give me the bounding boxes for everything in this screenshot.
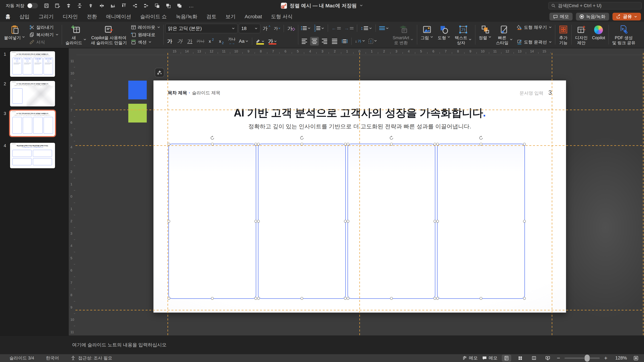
tab-홈[interactable]: 홈 [5,12,11,21]
slide-thumbnail-1[interactable]: 11AI 기반 고객 분석으로 고객사의 성장을 가속화합니다.정확하고 깊이 … [10,51,55,77]
line-spacing-button[interactable]: ↕ [360,24,373,32]
resize-handle[interactable] [211,297,214,300]
designer-quick-button[interactable] [155,68,164,77]
resize-handle[interactable] [434,143,436,145]
record-button[interactable]: 녹음/녹화 [576,13,609,20]
normal-view-button[interactable] [502,355,511,362]
rotate-handle[interactable] [389,135,394,140]
more-commands-button[interactable]: … [188,3,194,8]
resize-handle[interactable] [254,143,257,145]
language-indicator[interactable]: 한국어 [46,355,59,361]
resize-handle[interactable] [436,297,439,300]
slide-sorter-view-button[interactable] [516,355,525,362]
character-spacing-button[interactable]: 가나 ←→ [227,37,236,45]
shrink-font-button[interactable]: 가^ [272,24,281,33]
change-case-button[interactable]: Aa [238,37,250,45]
copilot-button[interactable]: Copilot [590,23,607,46]
textbox-button[interactable]: 가 텍스트 상자 [453,23,474,46]
align-objects-middle-icon[interactable] [88,2,94,9]
blue-color-shape[interactable] [128,81,147,99]
resize-handle[interactable] [480,143,482,145]
merge-shapes-icon[interactable] [176,2,183,9]
move-left-icon[interactable] [143,2,150,9]
quick-styles-button[interactable]: 빠른 스타일 [494,23,514,46]
vertical-guide[interactable] [168,53,168,336]
align-right-button[interactable] [320,37,329,45]
design-ideas-button[interactable]: 디자인 제안 [574,23,589,46]
resize-handle[interactable] [344,143,347,145]
distribute-vertical-icon[interactable] [76,2,83,9]
shapes-button[interactable]: 도형 [436,23,452,46]
resize-handle[interactable] [523,143,526,145]
layout-button[interactable]: 레이아웃 [130,24,162,31]
slide-eyebrow[interactable]: 목차 제목 · 슬라이드 제목 [168,90,220,96]
convert-to-smartart-button[interactable]: SmartArt 로 변환 [391,23,415,46]
resize-handle[interactable] [211,143,214,145]
format-painter-button[interactable]: 서식 [28,38,60,45]
strikethrough-button[interactable]: 가나 [196,37,206,45]
arrange-button[interactable]: 정렬 [477,23,493,46]
tab-도형-서식[interactable]: 도형 서식 [271,12,293,21]
resize-handle[interactable] [523,297,526,300]
reset-slide-button[interactable]: 원래대로 [130,31,162,38]
comments-toggle-button[interactable]: 메모 [482,355,498,361]
content-placeholder-2[interactable] [258,144,346,299]
window-title-area[interactable]: P 정렬 예시 — 내 Mac에 저장됨 [281,0,363,11]
content-placeholder-4[interactable] [437,144,525,299]
resize-handle[interactable] [523,220,526,223]
green-color-shape[interactable] [128,104,147,122]
horizontal-guide[interactable] [76,110,644,110]
distribute-horizontal-icon[interactable] [98,2,105,9]
copy-button[interactable]: 복사하기 [28,31,60,38]
share-button[interactable]: 공유 [612,13,641,20]
horizontal-ruler[interactable]: 1514131211109876543210123456789101112131… [76,48,644,55]
bullets-button[interactable] [300,24,312,32]
resize-handle[interactable] [300,143,303,145]
slideshow-view-button[interactable] [543,355,552,362]
resize-handle[interactable] [390,297,393,300]
grow-font-button[interactable]: 가^ [262,24,271,33]
underline-button[interactable]: 가 [186,37,194,45]
vertical-ruler[interactable]: 111098765432101234567891011 [69,55,76,336]
align-top-icon[interactable] [120,2,127,9]
zoom-in-button[interactable]: + [604,355,608,361]
vertical-guide[interactable] [643,53,644,336]
resize-handle[interactable] [254,220,257,223]
pdf-create-share-button[interactable]: PDF 생성 및 링크 공유 [610,23,637,46]
align-center-button[interactable] [310,37,319,45]
rotate-handle[interactable] [210,135,215,140]
resize-handle[interactable] [257,220,260,223]
resize-handle[interactable] [347,297,349,300]
align-text-vertical-button[interactable]: ↕ [368,37,378,45]
font-color-button[interactable]: 가 [267,37,278,45]
align-bottom-icon[interactable] [110,2,116,9]
numbering-button[interactable]: 123 [313,24,325,32]
resize-handle[interactable] [347,220,349,223]
addins-button[interactable]: 추가 기능 [557,23,570,46]
tab-그리기[interactable]: 그리기 [38,12,54,21]
resize-handle[interactable] [390,143,393,145]
resize-handle[interactable] [436,220,439,223]
resize-handle[interactable] [257,297,260,300]
title-chevron-icon[interactable] [360,3,363,8]
justify-button[interactable] [330,37,339,45]
tab-보기[interactable]: 보기 [225,12,236,21]
comments-button[interactable]: 메모 [550,13,572,20]
paste-button[interactable]: 붙여넣기 [2,23,27,46]
copilot-new-slide-button[interactable]: Copilot을 사용하여 새 슬라이드 만들기 [89,23,128,46]
increase-indent-button[interactable]: → [343,24,354,32]
slide-counter[interactable]: 슬라이드 3/4 [10,355,34,361]
save-edit-icon[interactable] [54,2,61,9]
reading-view-button[interactable] [529,355,539,362]
resize-handle[interactable] [436,143,439,145]
slide-thumbnail-3[interactable]: 33AI 기반 고객 분석으로 고객사의 성장을 가속화합니다.정확하고 깊이 … [10,111,55,136]
slide-thumbnail-2[interactable]: 22AI 기반 고객 분석으로 고객사의 성장을 가속화합니다.정확하고 깊이 … [10,81,55,106]
save-icon[interactable] [43,2,50,9]
vertical-guide[interactable] [552,53,552,336]
clear-formatting-button[interactable]: 가 [286,24,296,33]
zoom-slider-thumb[interactable] [585,355,590,362]
tab-녹음/녹화[interactable]: 녹음/녹화 [176,12,198,21]
resize-handle[interactable] [300,297,303,300]
decrease-indent-button[interactable]: ← [330,24,342,32]
section-button[interactable]: 섹션 [130,38,162,45]
